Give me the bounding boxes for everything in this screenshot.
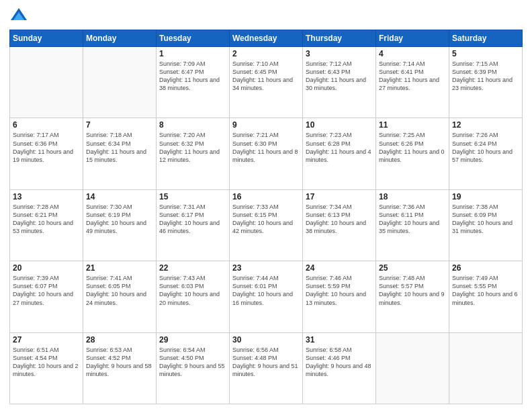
calendar-cell: 13Sunrise: 7:28 AM Sunset: 6:21 PM Dayli… [10, 189, 83, 261]
day-info: Sunrise: 7:28 AM Sunset: 6:21 PM Dayligh… [13, 203, 80, 236]
calendar-cell: 2Sunrise: 7:10 AM Sunset: 6:45 PM Daylig… [230, 47, 303, 118]
weekday-header-cell: Monday [83, 30, 157, 47]
day-info: Sunrise: 6:58 AM Sunset: 4:46 PM Dayligh… [306, 346, 373, 379]
day-number: 26 [452, 263, 519, 273]
calendar-cell: 9Sunrise: 7:21 AM Sunset: 6:30 PM Daylig… [230, 118, 303, 189]
calendar-cell: 27Sunrise: 6:51 AM Sunset: 4:54 PM Dayli… [10, 332, 83, 404]
day-info: Sunrise: 7:39 AM Sunset: 6:07 PM Dayligh… [13, 274, 80, 307]
calendar-cell: 19Sunrise: 7:38 AM Sunset: 6:09 PM Dayli… [449, 189, 523, 261]
day-number: 4 [379, 49, 446, 58]
day-number: 9 [232, 120, 300, 130]
day-info: Sunrise: 7:12 AM Sunset: 6:43 PM Dayligh… [306, 60, 373, 93]
calendar-cell: 30Sunrise: 6:56 AM Sunset: 4:48 PM Dayli… [230, 332, 303, 404]
weekday-header-cell: Tuesday [157, 30, 230, 47]
calendar-cell [83, 47, 157, 118]
weekday-header-cell: Saturday [449, 30, 523, 47]
calendar-cell: 12Sunrise: 7:26 AM Sunset: 6:24 PM Dayli… [449, 118, 523, 189]
calendar-cell: 25Sunrise: 7:48 AM Sunset: 5:57 PM Dayli… [376, 261, 449, 332]
day-info: Sunrise: 7:36 AM Sunset: 6:11 PM Dayligh… [379, 203, 446, 236]
calendar-cell: 20Sunrise: 7:39 AM Sunset: 6:07 PM Dayli… [10, 261, 83, 332]
calendar-cell: 15Sunrise: 7:31 AM Sunset: 6:17 PM Dayli… [157, 189, 230, 261]
day-info: Sunrise: 7:43 AM Sunset: 6:03 PM Dayligh… [159, 274, 226, 307]
day-info: Sunrise: 7:23 AM Sunset: 6:28 PM Dayligh… [306, 131, 373, 164]
day-number: 25 [379, 263, 446, 273]
day-number: 29 [159, 335, 226, 345]
calendar-cell: 18Sunrise: 7:36 AM Sunset: 6:11 PM Dayli… [376, 189, 449, 261]
day-number: 10 [306, 120, 373, 130]
day-number: 22 [159, 263, 226, 273]
calendar-cell [376, 332, 449, 404]
weekday-header-cell: Thursday [303, 30, 376, 47]
day-number: 20 [13, 263, 80, 273]
day-info: Sunrise: 7:46 AM Sunset: 5:59 PM Dayligh… [306, 274, 373, 307]
calendar-cell: 31Sunrise: 6:58 AM Sunset: 4:46 PM Dayli… [303, 332, 376, 404]
logo-icon [9, 7, 28, 26]
day-info: Sunrise: 7:34 AM Sunset: 6:13 PM Dayligh… [306, 203, 373, 236]
calendar-cell: 24Sunrise: 7:46 AM Sunset: 5:59 PM Dayli… [303, 261, 376, 332]
day-info: Sunrise: 7:15 AM Sunset: 6:39 PM Dayligh… [452, 60, 519, 93]
day-number: 12 [452, 120, 519, 130]
calendar-cell: 7Sunrise: 7:18 AM Sunset: 6:34 PM Daylig… [83, 118, 157, 189]
day-number: 28 [86, 335, 153, 345]
day-info: Sunrise: 7:33 AM Sunset: 6:15 PM Dayligh… [232, 203, 300, 236]
calendar-week-row: 20Sunrise: 7:39 AM Sunset: 6:07 PM Dayli… [10, 261, 523, 332]
day-info: Sunrise: 6:51 AM Sunset: 4:54 PM Dayligh… [13, 346, 80, 379]
calendar-cell [449, 332, 523, 404]
calendar-cell: 8Sunrise: 7:20 AM Sunset: 6:32 PM Daylig… [157, 118, 230, 189]
day-info: Sunrise: 7:48 AM Sunset: 5:57 PM Dayligh… [379, 274, 446, 307]
calendar-week-row: 27Sunrise: 6:51 AM Sunset: 4:54 PM Dayli… [10, 332, 523, 404]
day-number: 14 [86, 192, 153, 201]
calendar-cell: 23Sunrise: 7:44 AM Sunset: 6:01 PM Dayli… [230, 261, 303, 332]
calendar-cell: 22Sunrise: 7:43 AM Sunset: 6:03 PM Dayli… [157, 261, 230, 332]
day-info: Sunrise: 7:38 AM Sunset: 6:09 PM Dayligh… [452, 203, 519, 236]
day-number: 2 [232, 49, 300, 58]
day-info: Sunrise: 7:09 AM Sunset: 6:47 PM Dayligh… [159, 60, 226, 93]
day-info: Sunrise: 7:25 AM Sunset: 6:26 PM Dayligh… [379, 131, 446, 164]
day-info: Sunrise: 6:56 AM Sunset: 4:48 PM Dayligh… [232, 346, 300, 379]
calendar-cell: 14Sunrise: 7:30 AM Sunset: 6:19 PM Dayli… [83, 189, 157, 261]
day-number: 11 [379, 120, 446, 130]
logo [9, 7, 31, 26]
day-number: 15 [159, 192, 226, 201]
calendar-cell: 6Sunrise: 7:17 AM Sunset: 6:36 PM Daylig… [10, 118, 83, 189]
day-info: Sunrise: 7:31 AM Sunset: 6:17 PM Dayligh… [159, 203, 226, 236]
day-info: Sunrise: 7:20 AM Sunset: 6:32 PM Dayligh… [159, 131, 226, 164]
day-number: 27 [13, 335, 80, 345]
day-info: Sunrise: 7:49 AM Sunset: 5:55 PM Dayligh… [452, 274, 519, 307]
day-number: 3 [306, 49, 373, 58]
day-info: Sunrise: 7:18 AM Sunset: 6:34 PM Dayligh… [86, 131, 153, 164]
weekday-header-cell: Friday [376, 30, 449, 47]
day-info: Sunrise: 7:17 AM Sunset: 6:36 PM Dayligh… [13, 131, 80, 164]
day-number: 18 [379, 192, 446, 201]
weekday-header-cell: Wednesday [230, 30, 303, 47]
calendar-cell: 11Sunrise: 7:25 AM Sunset: 6:26 PM Dayli… [376, 118, 449, 189]
day-number: 30 [232, 335, 300, 345]
day-number: 7 [86, 120, 153, 130]
calendar-table: SundayMondayTuesdayWednesdayThursdayFrid… [9, 30, 523, 404]
day-number: 1 [159, 49, 226, 58]
calendar-cell: 17Sunrise: 7:34 AM Sunset: 6:13 PM Dayli… [303, 189, 376, 261]
day-info: Sunrise: 7:44 AM Sunset: 6:01 PM Dayligh… [232, 274, 300, 307]
calendar-cell: 26Sunrise: 7:49 AM Sunset: 5:55 PM Dayli… [449, 261, 523, 332]
calendar-cell: 28Sunrise: 6:53 AM Sunset: 4:52 PM Dayli… [83, 332, 157, 404]
calendar-cell: 21Sunrise: 7:41 AM Sunset: 6:05 PM Dayli… [83, 261, 157, 332]
day-info: Sunrise: 7:41 AM Sunset: 6:05 PM Dayligh… [86, 274, 153, 307]
calendar-cell: 5Sunrise: 7:15 AM Sunset: 6:39 PM Daylig… [449, 47, 523, 118]
day-info: Sunrise: 7:10 AM Sunset: 6:45 PM Dayligh… [232, 60, 300, 93]
weekday-header-cell: Sunday [10, 30, 83, 47]
day-info: Sunrise: 7:26 AM Sunset: 6:24 PM Dayligh… [452, 131, 519, 164]
calendar-cell: 3Sunrise: 7:12 AM Sunset: 6:43 PM Daylig… [303, 47, 376, 118]
day-number: 31 [306, 335, 373, 345]
calendar-week-row: 1Sunrise: 7:09 AM Sunset: 6:47 PM Daylig… [10, 47, 523, 118]
calendar-cell: 16Sunrise: 7:33 AM Sunset: 6:15 PM Dayli… [230, 189, 303, 261]
calendar-cell: 10Sunrise: 7:23 AM Sunset: 6:28 PM Dayli… [303, 118, 376, 189]
day-info: Sunrise: 7:21 AM Sunset: 6:30 PM Dayligh… [232, 131, 300, 164]
day-number: 23 [232, 263, 300, 273]
day-number: 19 [452, 192, 519, 201]
day-info: Sunrise: 6:53 AM Sunset: 4:52 PM Dayligh… [86, 346, 153, 379]
calendar-cell: 1Sunrise: 7:09 AM Sunset: 6:47 PM Daylig… [157, 47, 230, 118]
day-number: 13 [13, 192, 80, 201]
day-number: 21 [86, 263, 153, 273]
calendar-cell [10, 47, 83, 118]
calendar-week-row: 6Sunrise: 7:17 AM Sunset: 6:36 PM Daylig… [10, 118, 523, 189]
